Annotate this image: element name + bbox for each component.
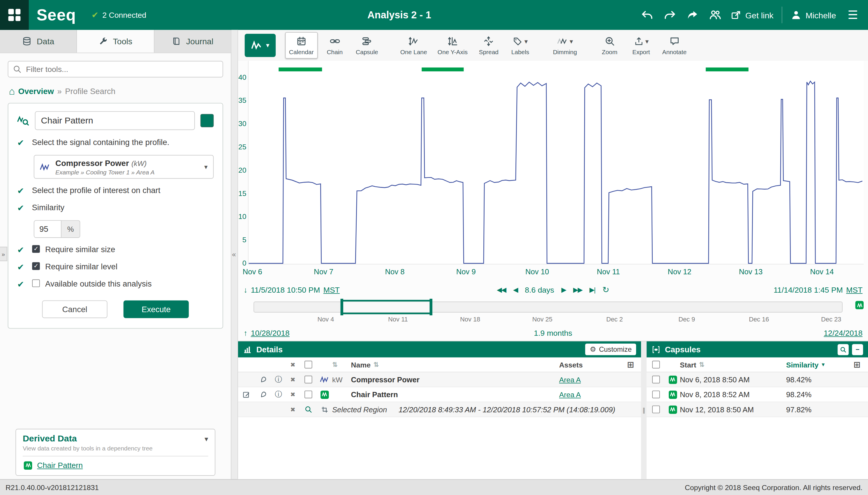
display-duration[interactable]: 8.6 days <box>525 285 554 294</box>
add-column-icon[interactable]: ⊞ <box>853 360 861 370</box>
toolbar-spread-button[interactable]: Spread <box>474 32 503 58</box>
details-row-signal[interactable]: ⓘ ✖ kW Compressor Power Area A <box>238 372 641 387</box>
remove-all-icon[interactable]: ✖ <box>290 361 296 368</box>
investigate-start-value[interactable]: 10/28/2018 <box>251 329 290 338</box>
remove-icon[interactable]: ✖ <box>290 391 296 398</box>
expand-panel-chevron[interactable]: » <box>0 246 7 261</box>
tab-data[interactable]: Data <box>0 30 77 53</box>
fast-forward-button[interactable]: ▶▶ <box>573 286 582 294</box>
toolbar-capsule-button[interactable]: Capsule <box>352 32 382 58</box>
signal-trace[interactable] <box>249 81 863 263</box>
cancel-button[interactable]: Cancel <box>42 301 107 318</box>
name-column-header[interactable]: Name <box>351 360 371 369</box>
select-all-checkbox[interactable] <box>304 361 312 369</box>
step-forward-button[interactable]: ▶ <box>562 286 566 294</box>
edit-icon[interactable] <box>243 391 250 398</box>
zoom-to-region-icon[interactable] <box>304 406 312 413</box>
toolbar-export-button[interactable]: ▾ Export <box>627 32 655 58</box>
chart-plot-area[interactable] <box>248 61 864 264</box>
up-arrow-icon[interactable]: ↑ <box>244 329 247 338</box>
color-swatch-button[interactable] <box>200 114 214 127</box>
available-outside-checkbox[interactable] <box>32 279 40 287</box>
similarity-column-header[interactable]: Similarity <box>786 360 818 369</box>
chart-type-button[interactable]: ▾ <box>245 34 276 57</box>
remove-icon[interactable]: ✖ <box>290 406 296 413</box>
toolbar-chain-button[interactable]: Chain <box>320 32 349 58</box>
remove-icon[interactable]: ✖ <box>290 376 296 383</box>
user-menu[interactable]: Michelle <box>790 9 836 20</box>
y-axis[interactable]: 0510152025303540 <box>238 61 247 264</box>
investigate-duration[interactable]: 1.9 months <box>534 329 572 338</box>
to-end-button[interactable]: ▶| <box>589 286 595 294</box>
timeline-selection-window[interactable] <box>342 300 432 314</box>
redo-button[interactable] <box>663 8 677 22</box>
capsule-row[interactable]: Nov 8, 2018 8:52 AM 98.24% <box>647 387 868 402</box>
customize-button[interactable]: ⚙ Customize <box>585 344 636 355</box>
display-end-timezone[interactable]: MST <box>846 285 863 294</box>
toolbar-zoom-button[interactable]: Zoom <box>595 32 624 58</box>
tab-tools[interactable]: Tools <box>77 30 154 53</box>
derived-data-header[interactable]: Derived Data ▾ <box>23 434 208 444</box>
timeline-track[interactable] <box>253 302 842 313</box>
hamburger-menu-button[interactable]: ☰ <box>845 8 862 22</box>
display-end-value[interactable]: 11/14/2018 1:45 PM <box>773 285 843 294</box>
signal-select-dropdown[interactable]: Compressor Power (kW) Example » Cooling … <box>34 155 214 179</box>
toolbar-annotate-button[interactable]: Annotate <box>658 32 690 58</box>
asset-link[interactable]: Area A <box>559 390 620 399</box>
toolbar-one-lane-button[interactable]: One Lane <box>396 32 431 58</box>
sidebar-splitter[interactable]: « <box>231 30 238 479</box>
capsule-bar[interactable] <box>706 68 749 71</box>
info-icon[interactable]: ⓘ <box>275 374 282 385</box>
toolbar-calendar-button[interactable]: Calendar <box>285 32 318 58</box>
undo-button[interactable] <box>640 8 654 22</box>
capsule-bar[interactable] <box>279 68 322 71</box>
get-link-button[interactable]: Get link <box>731 10 773 20</box>
x-axis[interactable]: Nov 6Nov 7Nov 8Nov 9Nov 10Nov 11Nov 12No… <box>248 264 864 281</box>
breadcrumb-overview-link[interactable]: Overview <box>18 87 54 96</box>
row-checkbox[interactable] <box>304 391 312 398</box>
select-all-checkbox[interactable] <box>652 361 660 369</box>
toolbar-one-y-axis-button[interactable]: One Y-Axis <box>434 32 471 58</box>
pin-icon[interactable] <box>258 389 268 399</box>
tool-name-input[interactable] <box>35 111 195 130</box>
similar-level-checkbox[interactable] <box>32 262 40 270</box>
row-checkbox[interactable] <box>652 391 660 398</box>
panel-splitter[interactable]: ∥ <box>641 341 647 479</box>
share-button[interactable] <box>686 8 700 22</box>
details-row-condition[interactable]: ⓘ ✖ Chair Pattern Area A <box>238 387 641 402</box>
investigate-end-value[interactable]: 12/24/2018 <box>824 329 863 338</box>
sort-icon[interactable]: ⇅ <box>332 361 351 369</box>
toolbar-dimming-button[interactable]: ▾ Dimming <box>549 32 581 58</box>
display-start-timezone[interactable]: MST <box>323 285 340 294</box>
crop-icon[interactable] <box>321 406 328 413</box>
step-back-button[interactable]: ◀ <box>513 286 518 294</box>
assets-column-header[interactable]: Assets <box>559 360 620 369</box>
similar-size-checkbox[interactable] <box>32 245 40 253</box>
collapse-sidebar-icon[interactable]: « <box>232 250 236 259</box>
asset-link[interactable]: Area A <box>559 375 620 384</box>
similarity-input[interactable] <box>34 220 62 238</box>
home-icon[interactable]: ⌂ <box>9 86 15 96</box>
tab-journal[interactable]: Journal <box>154 30 231 53</box>
capsule-bar[interactable] <box>422 68 464 71</box>
pin-icon[interactable] <box>258 374 268 385</box>
derived-data-item[interactable]: Chair Pattern <box>23 456 208 473</box>
collaborators-button[interactable] <box>708 8 723 22</box>
capsules-zoom-button[interactable] <box>838 344 849 355</box>
capsule-lane-icon[interactable] <box>855 301 864 309</box>
info-icon[interactable]: ⓘ <box>275 390 282 399</box>
row-checkbox[interactable] <box>304 376 312 383</box>
execute-button[interactable]: Execute <box>123 301 189 318</box>
capsule-row[interactable]: Nov 12, 2018 8:50 AM 97.82% <box>647 402 868 417</box>
row-checkbox[interactable] <box>652 406 660 413</box>
capsules-collapse-button[interactable]: − <box>852 344 863 355</box>
sort-icon[interactable]: ⇅ <box>373 361 379 369</box>
rewind-button[interactable]: ◀◀ <box>497 286 506 294</box>
refresh-button[interactable]: ↻ <box>602 285 609 295</box>
toolbar-labels-button[interactable]: ▾ Labels <box>506 32 535 58</box>
sort-icon[interactable]: ⇅ <box>699 361 704 369</box>
connection-status[interactable]: ✔ 2 Connected <box>91 10 146 20</box>
capsule-row[interactable]: Nov 6, 2018 8:50 AM 98.42% <box>647 372 868 387</box>
selection-left-handle[interactable] <box>340 299 344 315</box>
selected-region-row[interactable]: ✖ Selected Region 12/20/2018 8:49:33 AM … <box>238 402 641 417</box>
